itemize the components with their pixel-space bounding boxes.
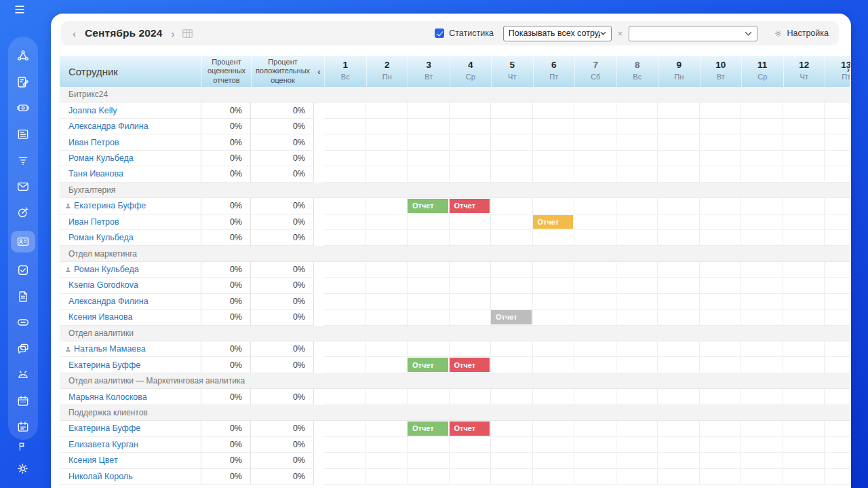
- day-cell[interactable]: [741, 389, 783, 405]
- employee-link[interactable]: Роман Кульбеда: [74, 265, 139, 274]
- day-cell[interactable]: [700, 198, 742, 214]
- day-cell[interactable]: [783, 469, 825, 485]
- employee-link[interactable]: Иван Петров: [68, 217, 119, 227]
- day-cell[interactable]: [366, 262, 408, 278]
- day-cell[interactable]: [450, 151, 492, 166]
- day-cell[interactable]: [491, 134, 533, 150]
- day-cell[interactable]: [741, 278, 783, 293]
- day-cell[interactable]: [741, 421, 783, 436]
- day-cell[interactable]: [616, 151, 658, 166]
- report-badge[interactable]: Отчет: [450, 421, 490, 435]
- day-cell[interactable]: [366, 469, 408, 485]
- day-cell[interactable]: [783, 151, 825, 166]
- day-cell[interactable]: [700, 469, 742, 485]
- day-cell[interactable]: [324, 341, 366, 357]
- employee-link[interactable]: Ксения Иванова: [68, 312, 132, 322]
- employee-link[interactable]: Роман Кульбеда: [68, 153, 134, 163]
- day-cell[interactable]: [450, 278, 492, 293]
- employee-link[interactable]: Елизавета Курган: [68, 440, 138, 449]
- day-cell[interactable]: [783, 214, 825, 230]
- day-cell[interactable]: [658, 309, 700, 325]
- day-cell[interactable]: [616, 198, 658, 214]
- day-cell[interactable]: [783, 262, 825, 278]
- employee-link[interactable]: Екатерина Буффе: [68, 360, 140, 370]
- day-cell[interactable]: [366, 119, 408, 134]
- day-cell[interactable]: [324, 119, 366, 134]
- schedule-icon[interactable]: [11, 419, 35, 435]
- day-cell[interactable]: [366, 151, 408, 166]
- day-cell[interactable]: [741, 102, 783, 118]
- day-cell[interactable]: [366, 437, 408, 453]
- day-cell[interactable]: [741, 469, 783, 485]
- day-cell[interactable]: [533, 102, 575, 118]
- day-cell[interactable]: [324, 262, 366, 278]
- employee-link[interactable]: Екатерина Буффе: [68, 424, 140, 433]
- report-badge[interactable]: Отчет: [408, 199, 448, 212]
- news-icon[interactable]: [11, 126, 35, 143]
- day-cell[interactable]: [324, 166, 366, 182]
- day-cell[interactable]: [366, 453, 408, 468]
- day-cell[interactable]: [366, 214, 408, 230]
- day-cell[interactable]: [700, 166, 742, 182]
- day-cell[interactable]: [825, 421, 850, 436]
- prev-month-button[interactable]: ‹: [71, 29, 77, 39]
- day-cell[interactable]: [366, 166, 408, 182]
- day-cell[interactable]: [700, 421, 742, 436]
- day-cell[interactable]: [491, 278, 533, 293]
- day-cell[interactable]: [491, 119, 533, 134]
- day-cell[interactable]: [783, 166, 825, 182]
- mail-icon[interactable]: [11, 179, 35, 195]
- day-cell[interactable]: [825, 437, 850, 453]
- day-cell[interactable]: [491, 469, 533, 485]
- day-cell[interactable]: [616, 357, 658, 373]
- day-cell[interactable]: [658, 166, 700, 182]
- day-cell[interactable]: [825, 166, 850, 182]
- day-cell[interactable]: [616, 453, 658, 468]
- day-cell[interactable]: [491, 214, 533, 230]
- day-cell[interactable]: [658, 469, 700, 485]
- network-icon[interactable]: [11, 48, 35, 64]
- day-cell[interactable]: [450, 102, 492, 118]
- day-cell[interactable]: [741, 198, 783, 214]
- day-cell[interactable]: [324, 198, 366, 214]
- day-cell[interactable]: [408, 102, 450, 118]
- next-month-button[interactable]: ›: [170, 29, 176, 39]
- day-cell[interactable]: [408, 309, 450, 325]
- day-cell[interactable]: [408, 341, 450, 357]
- day-cell[interactable]: [658, 421, 700, 436]
- day-cell[interactable]: [491, 166, 533, 182]
- day-cell[interactable]: [616, 437, 658, 453]
- day-cell[interactable]: [533, 469, 575, 485]
- day-cell[interactable]: [450, 134, 492, 150]
- day-cell[interactable]: [574, 262, 616, 278]
- day-cell[interactable]: [741, 309, 783, 325]
- day-cell[interactable]: [658, 278, 700, 293]
- day-cell[interactable]: [616, 119, 658, 134]
- day-cell[interactable]: [450, 214, 492, 230]
- day-cell[interactable]: [408, 469, 450, 485]
- statistics-checkbox[interactable]: [435, 29, 444, 38]
- day-cell[interactable]: [616, 166, 658, 182]
- settings-icon[interactable]: [16, 462, 29, 475]
- employee-link[interactable]: Таня Иванова: [68, 169, 123, 179]
- day-cell[interactable]: Отчет: [450, 357, 492, 373]
- employee-link[interactable]: Екатерина Буффе: [74, 201, 146, 210]
- day-cell[interactable]: [408, 389, 450, 405]
- day-cell[interactable]: [450, 119, 492, 134]
- day-cell[interactable]: [408, 278, 450, 293]
- day-cell[interactable]: [324, 134, 366, 150]
- day-cell[interactable]: [533, 389, 575, 405]
- day-cell[interactable]: [408, 453, 450, 468]
- day-cell[interactable]: [491, 230, 533, 246]
- day-cell[interactable]: [658, 453, 700, 468]
- day-cell[interactable]: [574, 166, 616, 182]
- day-cell[interactable]: [658, 262, 700, 278]
- day-cell[interactable]: [366, 309, 408, 325]
- ai-icon[interactable]: [11, 367, 35, 383]
- day-cell[interactable]: [825, 389, 850, 405]
- employee-link[interactable]: Александра Филина: [68, 121, 149, 131]
- day-cell[interactable]: [408, 134, 450, 150]
- report-badge[interactable]: Отчет: [491, 310, 532, 324]
- day-cell[interactable]: [366, 421, 408, 436]
- day-cell[interactable]: [324, 437, 366, 453]
